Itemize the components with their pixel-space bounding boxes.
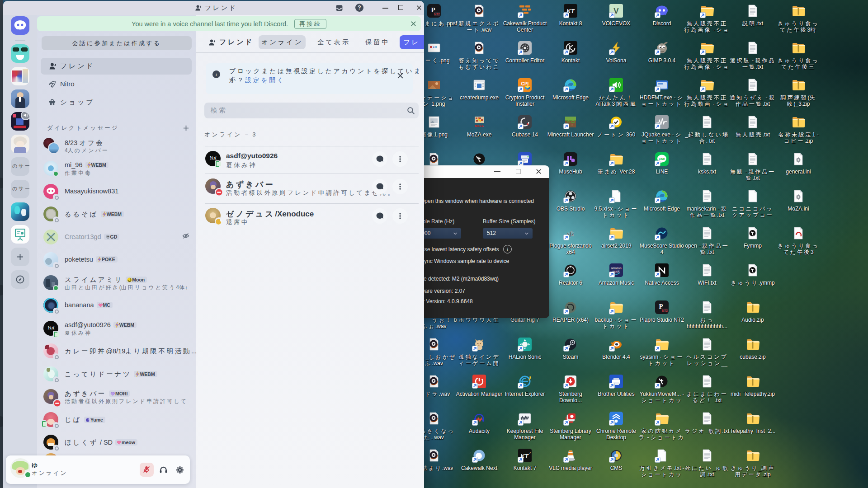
svg-text:NT2: NT2 [434,13,440,16]
svg-text:NT2: NT2 [662,309,668,312]
svg-text:MoZA: MoZA [475,124,483,127]
svg-text:7: 7 [529,451,531,455]
svg-text:amazon: amazon [611,267,622,270]
svg-text:LINE: LINE [659,158,665,160]
